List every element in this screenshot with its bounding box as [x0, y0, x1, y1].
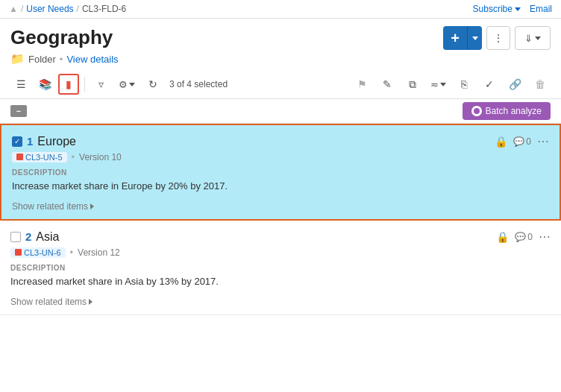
settings-chevron: [129, 83, 135, 86]
item-1-title-group: ✓ 1 Europe: [12, 135, 76, 148]
item-2-name: Asia: [36, 230, 59, 244]
settings-button[interactable]: ⚙: [114, 74, 140, 95]
toolbar-right: ⚑ ✎ ⧉ ≂ ⎘ ✓ 🔗 🗑: [351, 74, 551, 95]
tag-button[interactable]: ⚑: [351, 74, 372, 95]
page-title: Geography: [10, 26, 119, 49]
item-card-1: ✓ 1 Europe 🔒 💬 0 ⋯ CL3-UN-5 • Version 10…: [0, 124, 561, 221]
item-2-tag-label: CL3-UN-6: [24, 248, 61, 257]
item-1-header: ✓ 1 Europe 🔒 💬 0 ⋯: [12, 134, 549, 148]
breadcrumb: ▲ / User Needs / CL3-FLD-6: [9, 4, 126, 14]
download-button[interactable]: ⇓: [515, 26, 551, 50]
card-view-button[interactable]: ▮: [58, 74, 79, 95]
link-icon: 🔗: [509, 78, 521, 90]
item-1-actions: 🔒 💬 0 ⋯: [495, 134, 549, 148]
pencil-icon: ✎: [383, 78, 392, 90]
move-icon: ⧉: [409, 78, 416, 91]
item-2-header: 2 Asia 🔒 💬 0 ⋯: [10, 230, 551, 244]
filter-button[interactable]: ▿: [90, 74, 111, 95]
merge-button[interactable]: ≂: [427, 74, 449, 95]
folder-icon: 📁: [10, 52, 25, 66]
tag-icon: ⚑: [357, 78, 367, 90]
item-2-more-button[interactable]: ⋯: [539, 230, 551, 244]
add-dropdown-chevron: [472, 37, 478, 40]
item-1-show-related-label: Show related items: [12, 201, 88, 212]
item-1-tag[interactable]: CL3-UN-5: [12, 152, 67, 162]
item-1-description: Increase market share in Europe by 20% b…: [12, 180, 549, 193]
item-2-lock-icon: 🔒: [496, 231, 509, 243]
item-1-tag-label: CL3-UN-5: [25, 153, 63, 162]
edit-button[interactable]: ✎: [377, 74, 398, 95]
share-icon: ⋮: [493, 32, 504, 44]
item-1-show-related-chevron: [90, 203, 94, 209]
top-nav: ▲ / User Needs / CL3-FLD-6 Subscribe Ema…: [0, 0, 561, 19]
merge-icon: ≂: [430, 79, 439, 90]
breadcrumb-separator: ▲: [9, 4, 18, 14]
refresh-button[interactable]: ↻: [142, 74, 163, 95]
item-1-show-related[interactable]: Show related items: [12, 201, 94, 212]
item-card-2: 2 Asia 🔒 💬 0 ⋯ CL3-UN-6 • Version 12 DES…: [0, 221, 561, 315]
item-2-comment-count: 0: [527, 232, 533, 242]
breadcrumb-current: CL3-FLD-6: [82, 4, 126, 14]
subscribe-button[interactable]: Subscribe: [473, 4, 521, 14]
collapse-button[interactable]: −: [10, 105, 27, 117]
book-view-button[interactable]: 📚: [34, 74, 55, 95]
delete-button[interactable]: 🗑: [530, 74, 551, 95]
item-2-tag[interactable]: CL3-UN-6: [10, 247, 66, 258]
item-2-actions: 🔒 💬 0 ⋯: [496, 230, 551, 244]
toolbar: ☰ 📚 ▮ ▿ ⚙ ↻ 3 of 4 selected ⚑ ✎ ⧉ ≂ ⎘: [0, 70, 561, 99]
add-dropdown-button[interactable]: [467, 26, 482, 50]
view-details-link[interactable]: View details: [66, 54, 118, 65]
card-icon: ▮: [66, 78, 72, 90]
batch-analyze-button[interactable]: Batch analyze: [463, 102, 551, 120]
folder-label: Folder: [28, 54, 56, 65]
item-1-name: Europe: [37, 135, 76, 148]
item-2-show-related-chevron: [89, 299, 93, 305]
download-chevron: [535, 37, 541, 40]
comment-bubble-icon: 💬: [513, 136, 524, 147]
copy-icon: ⎘: [461, 78, 467, 90]
item-1-version-dot: •: [72, 151, 75, 162]
item-2-comment-icon[interactable]: 💬 0: [515, 232, 533, 242]
item-1-more-button[interactable]: ⋯: [537, 134, 549, 148]
filter-icon: ▿: [98, 78, 104, 90]
folder-line: 📁 Folder • View details: [10, 52, 119, 66]
page-header-left: Geography 📁 Folder • View details: [10, 26, 119, 66]
item-1-version: Version 10: [79, 152, 122, 162]
top-nav-right: Subscribe Email: [473, 4, 552, 14]
batch-analyze-inner-icon: [474, 108, 480, 114]
gear-icon: ⚙: [119, 79, 128, 90]
breadcrumb-user-needs[interactable]: User Needs: [26, 4, 73, 14]
item-1-number: 1: [27, 135, 33, 148]
item-1-comment-icon[interactable]: 💬 0: [513, 136, 531, 147]
item-2-version-dot: •: [70, 247, 74, 258]
breadcrumb-slash: /: [21, 4, 23, 14]
item-1-checkbox[interactable]: ✓: [12, 136, 22, 147]
copy-button[interactable]: ⎘: [454, 74, 474, 95]
batch-analyze-circle-icon: [471, 106, 482, 116]
item-2-meta: CL3-UN-6 • Version 12: [10, 247, 551, 258]
check-icon: ✓: [485, 78, 494, 90]
download-icon: ⇓: [524, 33, 533, 44]
item-2-show-related[interactable]: Show related items: [10, 297, 93, 307]
item-2-checkbox[interactable]: [10, 232, 21, 242]
items-list: ✓ 1 Europe 🔒 💬 0 ⋯ CL3-UN-5 • Version 10…: [0, 124, 561, 315]
item-2-description-label: DESCRIPTION: [10, 264, 551, 272]
item-2-number: 2: [25, 230, 31, 243]
menu-icon: ☰: [16, 78, 26, 90]
item-1-description-label: DESCRIPTION: [12, 168, 549, 177]
item-2-version: Version 12: [78, 247, 120, 258]
email-link[interactable]: Email: [530, 4, 552, 14]
subscribe-label: Subscribe: [473, 4, 513, 14]
batch-analyze-label: Batch analyze: [486, 106, 542, 116]
add-button[interactable]: +: [443, 26, 467, 50]
item-1-tag-icon: [16, 154, 23, 160]
collapse-bar: − Batch analyze: [0, 99, 561, 124]
move-button[interactable]: ⧉: [402, 74, 423, 95]
link-button[interactable]: 🔗: [504, 74, 525, 95]
menu-icon-button[interactable]: ☰: [10, 74, 31, 95]
subscribe-chevron: [515, 7, 521, 11]
check-button[interactable]: ✓: [479, 74, 500, 95]
share-button[interactable]: ⋮: [486, 26, 510, 50]
item-1-meta: CL3-UN-5 • Version 10: [12, 151, 549, 162]
page-header: Geography 📁 Folder • View details + ⋮ ⇓: [0, 19, 561, 70]
